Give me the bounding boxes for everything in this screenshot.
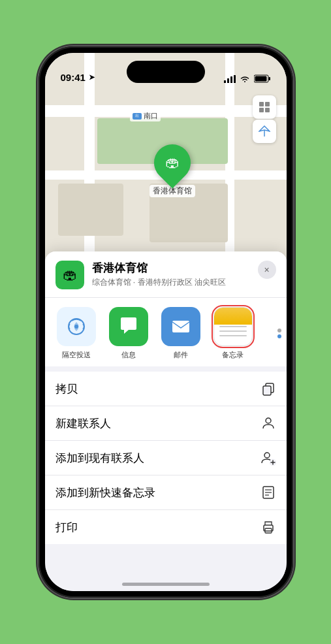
location-button[interactable] <box>253 120 276 143</box>
map-exit-label: 出 南口 <box>130 110 161 121</box>
print-icon <box>260 519 276 535</box>
mail-label: 邮件 <box>174 350 188 360</box>
airdrop-label: 隔空投送 <box>62 350 91 360</box>
person-icon <box>260 415 276 431</box>
action-add-note[interactable]: 添加到新快速备忘录 <box>45 475 287 510</box>
svg-point-12 <box>74 325 78 329</box>
mail-icon <box>170 315 192 338</box>
svg-rect-0 <box>224 80 226 83</box>
map-pin[interactable]: 🏟 香港体育馆 <box>150 144 195 197</box>
svg-rect-2 <box>230 76 232 83</box>
map-type-button[interactable] <box>253 95 276 119</box>
dynamic-island <box>127 61 205 83</box>
venue-header: 🏟 香港体育馆 综合体育馆 · 香港特别行政区 油尖旺区 × <box>45 251 287 298</box>
svg-rect-10 <box>265 108 270 112</box>
svg-point-17 <box>264 453 270 458</box>
notes-icon-wrap <box>213 307 253 346</box>
share-item-messages[interactable]: 信息 <box>108 307 150 360</box>
mail-icon-wrap <box>161 307 200 346</box>
print-label: 打印 <box>55 520 78 535</box>
messages-icon <box>118 315 140 338</box>
messages-icon-wrap <box>109 307 148 346</box>
venue-logo-icon: 🏟 <box>63 266 77 283</box>
map-controls <box>253 95 276 143</box>
exit-icon: 出 <box>133 113 142 120</box>
notes-header <box>214 308 252 325</box>
svg-rect-5 <box>268 77 270 80</box>
svg-rect-3 <box>234 75 236 83</box>
svg-rect-7 <box>259 102 264 106</box>
share-row: 隔空投送 信息 <box>45 298 287 366</box>
location-arrow-icon <box>259 125 270 137</box>
bottom-sheet: 🏟 香港体育馆 综合体育馆 · 香港特别行政区 油尖旺区 × <box>45 251 287 591</box>
action-add-existing-contact[interactable]: 添加到现有联系人 <box>45 441 287 475</box>
svg-rect-1 <box>227 78 229 83</box>
notes-label: 备忘录 <box>222 350 244 360</box>
share-item-airdrop[interactable]: 隔空投送 <box>55 307 97 360</box>
airdrop-icon <box>65 315 87 338</box>
airdrop-icon-wrap <box>57 307 96 346</box>
messages-label: 信息 <box>121 350 136 360</box>
home-indicator <box>122 583 210 586</box>
venue-logo: 🏟 <box>55 261 84 289</box>
venue-description: 综合体育馆 · 香港特别行政区 油尖旺区 <box>92 277 250 288</box>
share-item-notes[interactable]: 备忘录 <box>212 307 254 360</box>
notes-line-2 <box>219 330 247 332</box>
close-button[interactable]: × <box>258 261 276 279</box>
map-block-3 <box>58 184 123 236</box>
svg-rect-9 <box>259 108 264 112</box>
notes-lines <box>219 326 247 336</box>
copy-label: 拷贝 <box>55 381 78 396</box>
add-existing-contact-label: 添加到现有联系人 <box>55 451 144 466</box>
status-time: 09:41 ➤ <box>61 72 95 83</box>
svg-rect-13 <box>172 321 189 332</box>
phone-screen: 09:41 ➤ <box>45 53 287 591</box>
map-type-icon <box>258 101 271 114</box>
person-add-icon <box>260 450 276 466</box>
phone-frame: 09:41 ➤ <box>39 46 293 598</box>
wifi-icon <box>240 75 250 83</box>
action-copy[interactable]: 拷贝 <box>45 372 287 406</box>
new-contact-label: 新建联系人 <box>55 416 111 431</box>
share-more-indicator <box>263 307 287 360</box>
venue-info: 香港体育馆 综合体育馆 · 香港特别行政区 油尖旺区 <box>92 261 250 288</box>
add-note-label: 添加到新快速备忘录 <box>55 485 155 500</box>
notes-line-1 <box>219 326 247 327</box>
signal-icon <box>224 75 236 83</box>
location-icon: ➤ <box>89 73 95 82</box>
svg-rect-6 <box>255 76 266 82</box>
action-print[interactable]: 打印 <box>45 510 287 544</box>
pin-inner: 🏟 <box>165 154 180 171</box>
close-icon: × <box>264 265 269 275</box>
status-icons <box>224 74 271 83</box>
svg-point-16 <box>266 418 271 423</box>
copy-icon <box>260 381 276 396</box>
action-list: 拷贝 新建联系人 添加到现有联系人 <box>45 372 287 544</box>
svg-rect-8 <box>265 102 270 106</box>
notes-line-3 <box>219 335 247 336</box>
nankou-text: 南口 <box>144 111 158 121</box>
action-new-contact[interactable]: 新建联系人 <box>45 406 287 441</box>
time-display: 09:41 <box>61 72 86 83</box>
venue-name: 香港体育馆 <box>92 261 250 276</box>
battery-icon <box>254 74 271 83</box>
svg-rect-15 <box>263 386 271 395</box>
map-road-h <box>45 105 287 117</box>
note-icon <box>260 485 276 500</box>
share-item-mail[interactable]: 邮件 <box>160 307 202 360</box>
pin-icon: 🏟 <box>146 137 198 188</box>
